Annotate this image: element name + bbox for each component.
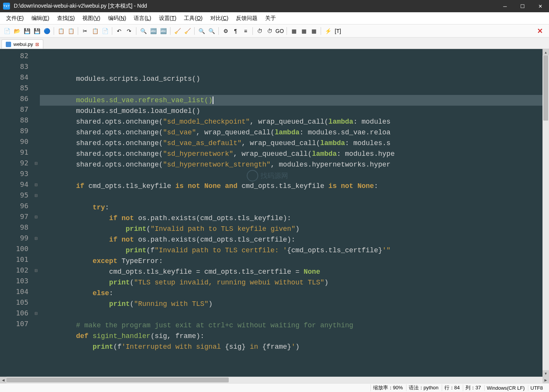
menu-item-7[interactable]: 工具(O): [180, 13, 206, 23]
code-line[interactable]: modules.sd_vae.refresh_vae_list(): [40, 95, 542, 106]
toolbar-button-16[interactable]: 🔍: [139, 26, 148, 36]
line-number: 107: [0, 318, 32, 329]
toolbar-button-39[interactable]: [T]: [333, 26, 343, 36]
code-line[interactable]: [40, 191, 542, 202]
code-line[interactable]: try:: [40, 202, 542, 213]
toolbar-button-23[interactable]: 🔍: [197, 26, 206, 36]
code-line[interactable]: cmd_opts.tls_keyfile = cmd_opts.tls_cert…: [40, 266, 542, 277]
line-number: 91: [0, 147, 32, 158]
menu-item-9[interactable]: 反馈问题: [232, 13, 261, 23]
toolbar-button-38[interactable]: ⚡: [323, 26, 333, 36]
vscroll-thumb[interactable]: [543, 56, 548, 121]
code-line[interactable]: modules.scripts.load_scripts(): [40, 74, 542, 84]
toolbar-button-20[interactable]: 🧹: [173, 26, 182, 36]
menu-item-2[interactable]: 查找(S): [53, 13, 79, 23]
toolbar-button-11[interactable]: 📄: [100, 26, 110, 36]
code-line[interactable]: # make the program just exit at ctrl+c w…: [40, 320, 542, 331]
app-icon: TXT: [3, 3, 10, 10]
toolbar-button-17[interactable]: 🔤: [149, 26, 158, 36]
toolbar-button-26[interactable]: ⚙: [221, 26, 230, 36]
line-number: 90: [0, 136, 32, 147]
toolbar-button-35[interactable]: ▦: [299, 26, 308, 36]
code-line[interactable]: print(f'Interrupted with signal {sig} in…: [40, 341, 542, 352]
scroll-up-icon[interactable]: ▲: [542, 49, 549, 56]
code-editor[interactable]: 找码源网 modules.scripts.load_scripts() modu…: [40, 49, 542, 377]
toolbar-close-icon[interactable]: ✕: [533, 27, 547, 35]
toolbar-button-10[interactable]: 📋: [90, 26, 100, 36]
fold-marker[interactable]: ⊟: [32, 233, 40, 243]
toolbar-button-0[interactable]: 📄: [2, 26, 11, 36]
code-line[interactable]: [40, 309, 542, 320]
toolbar-button-6[interactable]: 📋: [56, 26, 66, 36]
tab-webui-py[interactable]: webui.py ⊠: [2, 39, 43, 49]
toolbar-button-36[interactable]: ▦: [309, 26, 318, 36]
maximize-button[interactable]: ☐: [514, 0, 531, 12]
code-line[interactable]: print("TLS setup invalid, running webui …: [40, 277, 542, 288]
status-eol: Windows(CR LF): [484, 385, 527, 391]
code-line[interactable]: shared.opts.onchange("sd_hypernetwork", …: [40, 149, 542, 159]
toolbar-button-31[interactable]: ⏱: [265, 26, 274, 36]
code-line[interactable]: [40, 170, 542, 181]
fold-marker[interactable]: ⊟: [32, 308, 40, 318]
menu-item-3[interactable]: 视图(V): [79, 13, 104, 23]
toolbar-button-7[interactable]: 📋: [66, 26, 75, 36]
toolbar-button-13[interactable]: ↶: [115, 26, 124, 36]
toolbar-button-18[interactable]: 🔤: [159, 26, 168, 36]
menu-item-1[interactable]: 编辑(E): [28, 13, 53, 23]
toolbar-button-1[interactable]: 📂: [12, 26, 21, 36]
toolbar-button-24[interactable]: 🔍: [207, 26, 216, 36]
fold-marker[interactable]: ⊟: [32, 211, 40, 222]
code-line[interactable]: except TypeError:: [40, 256, 542, 266]
toolbar-button-27[interactable]: ¶: [231, 26, 240, 36]
scroll-down-icon[interactable]: ▼: [542, 370, 549, 377]
fold-marker[interactable]: ⊟: [32, 265, 40, 276]
vscroll-track[interactable]: [542, 56, 549, 370]
horizontal-scrollbar[interactable]: ◀ ▶: [0, 377, 549, 383]
code-line[interactable]: if not os.path.exists(cmd_opts.tls_certf…: [40, 234, 542, 245]
toolbar-button-14[interactable]: ↷: [125, 26, 134, 36]
toolbar-button-3[interactable]: 💾: [32, 26, 41, 36]
toolbar-button-4[interactable]: 🔵: [42, 26, 51, 36]
menu-item-5[interactable]: 语言(L): [130, 13, 155, 23]
code-line[interactable]: shared.opts.onchange("sd_hypernetwork_st…: [40, 159, 542, 170]
fold-marker: [32, 72, 40, 83]
code-line[interactable]: def sigint_handler(sig, frame):: [40, 331, 542, 341]
code-line[interactable]: print(f"Invalid path to TLS certfile: '{…: [40, 245, 542, 256]
toolbar-button-2[interactable]: 💾: [22, 26, 31, 36]
code-line[interactable]: else:: [40, 288, 542, 299]
close-button[interactable]: ✕: [531, 0, 549, 12]
toolbar-button-28[interactable]: ≡: [241, 26, 250, 36]
scroll-left-icon[interactable]: ◀: [0, 377, 7, 383]
menu-item-4[interactable]: 编码(N): [104, 13, 130, 23]
code-line[interactable]: shared.opts.onchange("sd_model_checkpoin…: [40, 116, 542, 127]
code-line[interactable]: print("Running with TLS"): [40, 299, 542, 309]
minimize-button[interactable]: ─: [496, 0, 514, 12]
vertical-scrollbar[interactable]: ▲ ▼: [542, 49, 549, 377]
toolbar-button-34[interactable]: ▦: [289, 26, 298, 36]
menu-item-10[interactable]: 关于: [261, 13, 280, 23]
tab-close-icon[interactable]: ⊠: [35, 42, 39, 47]
menu-item-6[interactable]: 设置(T): [155, 13, 180, 23]
code-line[interactable]: if not os.path.exists(cmd_opts.tls_keyfi…: [40, 213, 542, 224]
toolbar-button-30[interactable]: ⏱: [255, 26, 264, 36]
code-line[interactable]: shared.opts.onchange("sd_vae", wrap_queu…: [40, 127, 542, 138]
code-line[interactable]: [40, 84, 542, 95]
toolbar-separator: [170, 27, 170, 35]
code-line[interactable]: if cmd_opts.tls_keyfile is not None and …: [40, 181, 542, 191]
code-line[interactable]: modules.sd_models.load_model(): [40, 106, 542, 116]
hscroll-track[interactable]: [7, 377, 542, 383]
fold-marker[interactable]: ⊟: [32, 158, 40, 168]
scroll-right-icon[interactable]: ▶: [542, 377, 549, 383]
menu-item-0[interactable]: 文件(F): [2, 13, 28, 23]
hscroll-thumb[interactable]: [7, 377, 229, 382]
fold-marker[interactable]: ⊟: [32, 179, 40, 190]
code-line[interactable]: shared.opts.onchange("sd_vae_as_default"…: [40, 138, 542, 149]
toolbar-separator: [112, 27, 112, 35]
toolbar-button-21[interactable]: 🧹: [183, 26, 192, 36]
toolbar-button-9[interactable]: ✂: [80, 26, 90, 36]
toolbar-button-32[interactable]: GO: [275, 26, 284, 36]
fold-marker[interactable]: ⊟: [32, 190, 40, 201]
code-line[interactable]: print("Invalid path to TLS keyfile given…: [40, 224, 542, 234]
menu-item-8[interactable]: 对比(C): [206, 13, 232, 23]
fold-marker: [32, 297, 40, 308]
